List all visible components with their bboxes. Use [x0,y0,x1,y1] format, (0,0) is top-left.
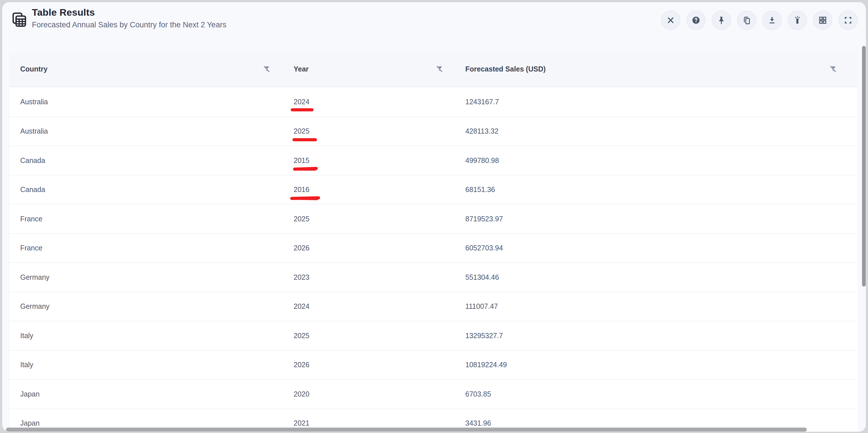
year-underline-annotation [290,196,320,200]
cell-year: 2020 [283,380,455,408]
highlight-button[interactable] [788,10,807,30]
cell-country: Germany [10,263,283,292]
year-value: 2025 [293,127,310,135]
page-subtitle: Forecasted Annual Sales by Country for t… [32,21,226,29]
year-underline-annotation [292,138,317,141]
cell-country: France [10,205,283,233]
year-value: 2020 [293,390,310,398]
year-value: 2026 [293,244,310,252]
cell-country: Italy [10,321,283,350]
cell-sales: 551304.46 [455,263,858,292]
cell-year: 2025 [283,205,455,233]
pin-button[interactable] [712,10,731,30]
cell-sales: 6703.85 [455,380,858,408]
table-row: Canada 2015 499780.98 [10,146,858,175]
vertical-scrollbar[interactable] [862,46,866,286]
table-row: Canada 2016 68151.36 [10,175,858,204]
cell-country: Australia [10,87,283,117]
cell-year: 2024 [283,87,455,117]
expand-icon [843,16,853,25]
question-circle-icon [691,16,701,25]
year-value: 2021 [293,419,310,427]
year-value: 2015 [293,156,310,165]
table-row: Italy 2026 10819224.49 [10,350,858,379]
grid-squares-icon [818,16,828,25]
year-value: 2026 [293,361,310,369]
cell-year: 2025 [283,117,455,146]
filter-off-icon[interactable] [262,65,271,73]
year-value: 2025 [293,332,310,340]
cell-country: Japan [10,380,283,408]
table-row: Germany 2024 111007.47 [10,292,858,321]
year-underline-annotation [291,108,314,112]
results-table: Country Year Forecasted Sales (USD) [10,53,858,432]
filter-off-icon[interactable] [435,65,444,73]
year-value: 2024 [293,98,310,106]
table-row: France 2025 8719523.97 [10,204,858,233]
cell-sales: 68151.36 [455,176,858,204]
table-body: Australia 2024 1243167.7 Australia 2025 … [10,87,858,432]
cell-sales: 111007.47 [455,292,858,321]
cell-year: 2025 [283,321,455,350]
cell-year: 2023 [283,263,455,292]
column-header-sales: Forecasted Sales (USD) [455,53,858,87]
panel-header: Table Results Forecasted Annual Sales by… [2,2,866,51]
help-button[interactable] [686,10,706,30]
year-value: 2024 [293,302,310,310]
cell-sales: 13295327.7 [455,321,858,350]
table-row: Japan 2020 6703.85 [10,379,858,408]
table-row: Australia 2024 1243167.7 [10,87,858,117]
year-underline-annotation [293,167,318,171]
column-header-label: Forecasted Sales (USD) [465,65,546,73]
cell-year: 2026 [283,351,455,379]
cell-year: 2024 [283,292,455,321]
pushpin-icon [716,16,726,25]
copy-button[interactable] [737,10,756,30]
cell-country: Canada [10,146,283,175]
cell-sales: 428113.32 [455,117,858,146]
cell-sales: 6052703.94 [455,234,858,262]
cell-sales: 10819224.49 [455,351,858,379]
cell-country: Canada [10,176,283,204]
column-header-label: Country [20,65,48,73]
table-copy-icon [11,11,28,28]
cell-year: 2015 [283,146,455,175]
download-icon [767,16,777,25]
layout-button[interactable] [813,10,832,30]
column-header-country: Country [10,53,283,87]
cell-sales: 499780.98 [455,146,858,175]
download-button[interactable] [762,10,782,30]
year-value: 2023 [293,273,310,281]
horizontal-scrollbar[interactable] [6,428,807,432]
table-row: Australia 2025 428113.32 [10,117,858,146]
cell-country: Australia [10,117,283,146]
table-row: Italy 2025 13295327.7 [10,321,858,350]
cell-year: 2026 [283,234,455,262]
column-header-label: Year [293,65,309,73]
table-results-panel: Table Results Forecasted Annual Sales by… [2,2,866,432]
table-header-row: Country Year Forecasted Sales (USD) [10,53,858,87]
cell-country: Germany [10,292,283,321]
x-icon [666,16,676,25]
close-button[interactable] [661,10,680,30]
cell-sales: 8719523.97 [455,205,858,233]
year-value: 2025 [293,215,310,223]
page-title: Table Results [32,7,95,18]
year-value: 2016 [293,185,310,194]
table-row: France 2026 6052703.94 [10,233,858,262]
fullscreen-button[interactable] [838,10,858,30]
cell-country: France [10,234,283,262]
cell-country: Italy [10,351,283,379]
column-header-year: Year [283,53,455,87]
flashlight-icon [793,16,802,25]
filter-off-icon[interactable] [829,65,838,73]
toolbar [661,10,858,30]
table-row: Germany 2023 551304.46 [10,262,858,292]
copy-icon [742,16,751,25]
cell-sales: 1243167.7 [455,87,858,117]
cell-year: 2016 [283,176,455,204]
